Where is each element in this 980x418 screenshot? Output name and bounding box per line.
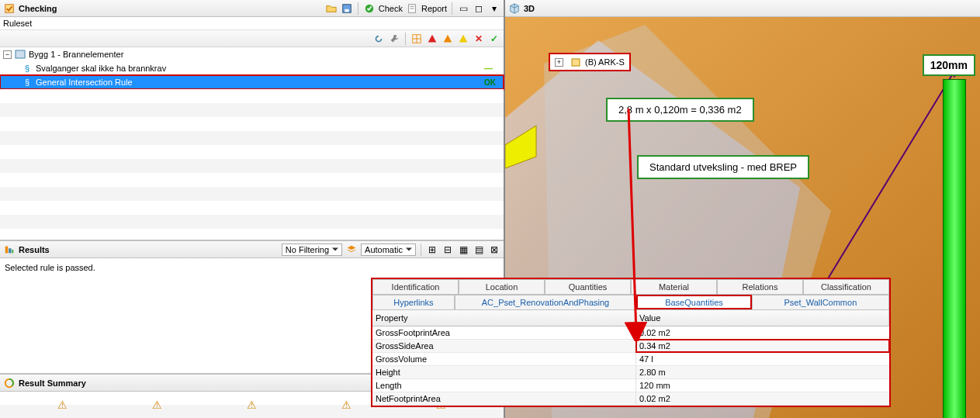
summary-icon (3, 377, 16, 389)
model-tree-chip[interactable]: + (B) ARK-S (549, 53, 631, 71)
annotation-calc: 2,8 m x 0,120m = 0,336 m2 (606, 98, 754, 122)
warning-icon: ⚠ (57, 399, 68, 411)
prop-value: 0.02 m2 (636, 326, 889, 339)
grid-icon[interactable] (410, 33, 423, 45)
window-min-icon[interactable]: ▭ (457, 2, 469, 15)
property-row[interactable]: Height2.80 m (372, 366, 889, 379)
property-panel: Identification Location Quantities Mater… (371, 278, 891, 407)
error-icon[interactable] (426, 33, 438, 45)
refresh-icon[interactable] (372, 33, 385, 45)
report-icon[interactable] (406, 2, 418, 15)
prop-value: 0.02 m2 (636, 392, 889, 405)
warn-orange-icon[interactable] (442, 33, 454, 45)
annotation-standard: Standard utveksling - med BREP (637, 155, 809, 179)
tree-root-label: Bygg 1 - Brannelementer (29, 50, 123, 59)
tree-item-label: General Intersection Rule (36, 78, 133, 87)
tab-relations[interactable]: Relations (717, 279, 803, 294)
ok-icon[interactable]: ✓ (488, 33, 500, 45)
separator (452, 2, 452, 15)
grid-view-icon[interactable]: ▦ (457, 244, 469, 256)
separator (358, 2, 358, 15)
open-icon[interactable] (325, 2, 338, 15)
prop-name: NetFootprintArea (372, 392, 636, 405)
window-max-icon[interactable]: ◻ (473, 2, 485, 15)
check-label[interactable]: Check (379, 4, 403, 13)
results-icon (3, 244, 16, 256)
layers-icon[interactable] (345, 244, 358, 256)
tab-quantities[interactable]: Quantities (545, 279, 631, 294)
3d-header: 3D (505, 0, 980, 17)
prop-name: Height (372, 366, 636, 378)
property-row[interactable]: NetFootprintArea0.02 m2 (372, 392, 889, 406)
prop-name: Length (372, 379, 636, 392)
list-view-icon[interactable]: ▤ (473, 244, 485, 256)
model-chip-label: (B) ARK-S (585, 57, 625, 67)
property-row[interactable]: Length120 mm (372, 379, 889, 392)
rule-icon: § (22, 63, 33, 74)
prop-value: 120 mm (636, 379, 889, 392)
wrench-icon[interactable] (388, 33, 400, 45)
property-row[interactable]: GrossVolume47 l (372, 353, 889, 366)
rule-result: — (484, 64, 500, 73)
filter-dropdown[interactable]: No Filtering (282, 244, 342, 256)
svg-rect-10 (16, 50, 25, 58)
collapse-icon[interactable]: − (3, 50, 12, 59)
ruleset-label: Ruleset (0, 17, 504, 30)
separator (405, 33, 406, 45)
ruleset-tree: − Bygg 1 - Brannelementer § Svalganger s… (0, 47, 504, 89)
checking-header: Checking Check Report ▭ ◻ ▾ (0, 0, 504, 17)
results-title: Results (19, 245, 279, 254)
save-icon[interactable] (341, 2, 353, 15)
property-grid-body: GrossFootprintArea0.02 m2 GrossSideArea0… (372, 326, 889, 406)
dimension-120mm: 120mm (923, 54, 975, 76)
property-row[interactable]: GrossSideArea0.34 m2 (372, 340, 889, 353)
svg-rect-0 (5, 4, 14, 12)
results-message: Selected rule is passed. (5, 263, 95, 272)
col-property[interactable]: Property (372, 310, 636, 326)
expand-icon[interactable]: ⊞ (426, 244, 438, 256)
tab-renovation[interactable]: AC_Pset_RenovationAndPhasing (455, 295, 636, 309)
warning-icon: ⚠ (341, 399, 351, 411)
3d-title: 3D (524, 4, 977, 13)
checking-icon (3, 2, 16, 15)
results-header: Results No Filtering Automatic ⊞ ⊟ ▦ ▤ ⊠ (0, 241, 504, 258)
checking-title: Checking (19, 4, 322, 13)
prop-name: GrossFootprintArea (372, 326, 636, 339)
tree-item[interactable]: § Svalganger skal ikke ha brannkrav — (0, 61, 504, 75)
tab-classification[interactable]: Classification (803, 279, 889, 294)
tab-wallcommon[interactable]: Pset_WallCommon (752, 295, 889, 309)
tab-basequantities[interactable]: BaseQuantities (636, 295, 752, 309)
svg-rect-13 (12, 250, 14, 253)
property-row[interactable]: GrossFootprintArea0.02 m2 (372, 326, 889, 340)
prop-value: 47 l (636, 353, 889, 365)
svg-rect-21 (572, 59, 580, 66)
tab-hyperlinks[interactable]: Hyperlinks (372, 295, 455, 309)
prop-name: GrossSideArea (372, 340, 636, 352)
collapse-all-icon[interactable]: ⊟ (442, 244, 454, 256)
warn-yellow-icon[interactable] (457, 33, 469, 45)
tree-item-selected[interactable]: § General Intersection Rule OK (0, 75, 504, 89)
rule-icon: § (22, 77, 33, 88)
3d-icon (508, 2, 521, 15)
expand-icon[interactable]: + (555, 58, 563, 67)
separator (421, 244, 421, 256)
tab-identification[interactable]: Identification (372, 279, 459, 294)
col-value[interactable]: Value (636, 310, 889, 326)
automatic-dropdown[interactable]: Automatic (361, 244, 416, 256)
rule-result: OK (484, 78, 500, 87)
tab-material[interactable]: Material (631, 279, 717, 294)
warning-icon: ⚠ (247, 399, 257, 411)
tab-location[interactable]: Location (459, 279, 545, 294)
property-grid-header: Property Value (372, 310, 889, 326)
property-tabs-row2: Hyperlinks AC_Pset_RenovationAndPhasing … (372, 295, 889, 310)
tree-root[interactable]: − Bygg 1 - Brannelementer (0, 47, 504, 61)
tree-empty-area (0, 89, 504, 240)
check-icon[interactable] (363, 2, 376, 15)
cancel-icon[interactable]: ✕ (473, 33, 485, 45)
report-label[interactable]: Report (421, 4, 447, 13)
dimension-280m: 2.80 m (975, 296, 980, 354)
ruleset-icon (15, 49, 26, 60)
tree-item-label: Svalganger skal ikke ha brannkrav (36, 64, 166, 73)
close-icon[interactable]: ⊠ (488, 244, 500, 256)
chevron-down-icon[interactable]: ▾ (488, 2, 500, 15)
